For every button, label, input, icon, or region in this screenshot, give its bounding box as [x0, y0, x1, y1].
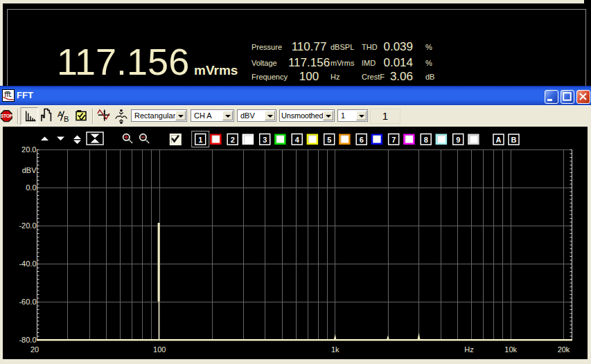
svg-text:-20.0: -20.0	[19, 221, 36, 230]
svg-text:dBV: dBV	[22, 166, 37, 174]
svg-text:Hz: Hz	[464, 345, 473, 354]
svg-text:3: 3	[263, 136, 267, 144]
svg-text:1k: 1k	[331, 345, 339, 354]
svg-text:100: 100	[153, 345, 166, 354]
svg-text:5: 5	[327, 136, 331, 144]
svg-text:2: 2	[231, 136, 235, 144]
svg-text:20: 20	[30, 345, 39, 354]
svg-text:-80.0: -80.0	[19, 336, 36, 344]
svg-text:4: 4	[295, 136, 300, 144]
svg-text:B: B	[64, 115, 69, 123]
svg-text:-60.0: -60.0	[19, 298, 36, 306]
svg-text:-40.0: -40.0	[19, 260, 36, 268]
svg-text:10k: 10k	[504, 345, 517, 354]
svg-text:1: 1	[198, 136, 202, 144]
svg-text:6: 6	[360, 136, 364, 144]
svg-text:7: 7	[391, 136, 396, 144]
svg-text:STOP: STOP	[1, 113, 13, 118]
svg-text:B: B	[511, 136, 517, 144]
svg-text:9: 9	[456, 136, 460, 144]
svg-text:0.0: 0.0	[26, 183, 36, 192]
svg-text:8: 8	[424, 136, 428, 144]
svg-text:A: A	[496, 136, 502, 144]
svg-text:20k: 20k	[558, 345, 570, 354]
svg-text:20.0: 20.0	[21, 145, 36, 154]
